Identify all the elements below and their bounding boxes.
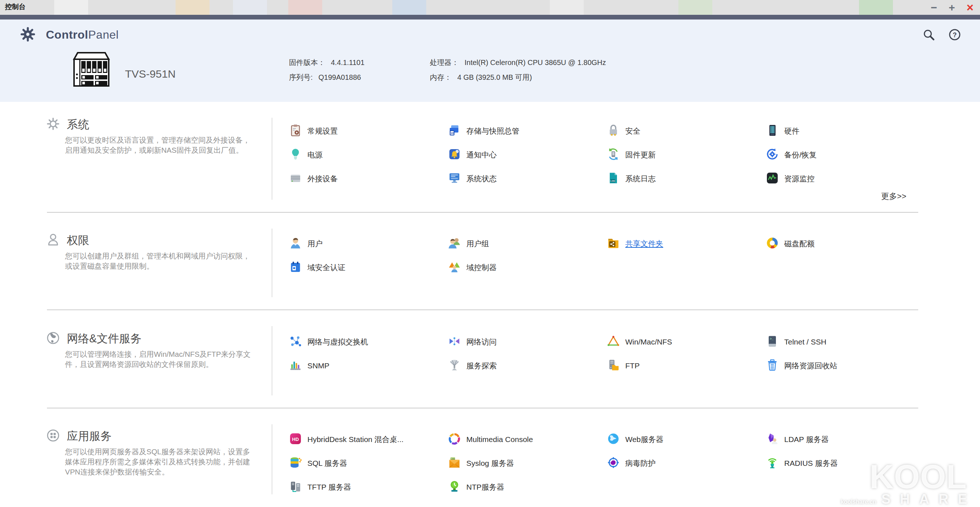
section-description: 您可以更改时区及语言设置，管理存储空间及外接设备，启用通知及安全防护，或刷新NA… — [65, 135, 254, 155]
section-system: 系统您可以更改时区及语言设置，管理存储空间及外接设备，启用通知及安全防护，或刷新… — [0, 102, 980, 212]
item-label: 服务探索 — [466, 361, 497, 371]
svg-text:HD: HD — [292, 437, 299, 442]
sql-server-icon — [289, 456, 302, 470]
item-shared-folder[interactable]: 共享文件夹 — [607, 237, 663, 251]
section-vertical-divider — [272, 118, 272, 200]
radius-server-icon — [766, 456, 779, 470]
window-title: 控制台 — [5, 2, 25, 11]
item-label: 资源监控 — [784, 174, 815, 184]
item-label: LDAP 服务器 — [784, 434, 829, 445]
item-label: Multimedia Console — [466, 435, 533, 444]
device-summary: TVS-951N 固件版本：4.4.1.1101处理器：Intel(R) Cel… — [0, 48, 980, 102]
controlpanel-gear-icon — [21, 27, 35, 43]
section-header: 权限 — [46, 232, 89, 249]
virtual-switch-icon — [289, 335, 302, 349]
item-hybriddesk[interactable]: HDHybridDesk Station 混合桌... — [289, 432, 404, 447]
item-power[interactable]: 电源 — [289, 148, 323, 162]
item-label: Syslog 服务器 — [466, 458, 514, 468]
item-resource-monitor[interactable]: 资源监控 — [766, 172, 815, 186]
item-system-status[interactable]: 系统状态 — [448, 172, 497, 186]
item-user-group[interactable]: 用户组 — [448, 237, 489, 251]
svg-text:?: ? — [953, 32, 957, 39]
item-label: RADIUS 服务器 — [784, 458, 838, 468]
close-button[interactable]: × — [967, 2, 974, 13]
svg-text:LOG: LOG — [451, 458, 455, 460]
notification-center-icon — [448, 148, 461, 162]
minimize-button[interactable]: − — [931, 2, 937, 13]
background-app-icon — [288, 0, 322, 15]
domain-controller-icon — [448, 261, 461, 275]
item-win-mac-nfs[interactable]: Win/Mac/NFS — [607, 335, 672, 349]
info-value: Intel(R) Celeron(R) CPU 3865U @ 1.80GHz — [465, 59, 606, 67]
item-label: 网络访问 — [466, 337, 497, 347]
section-vertical-divider — [272, 229, 272, 297]
section-items: 网络与虚拟交换机网络访问Win/Mac/NFS>_Telnet / SSHSNM… — [289, 330, 925, 378]
item-ftp[interactable]: FTP — [607, 359, 640, 373]
item-label: 病毒防护 — [625, 458, 655, 468]
info-label: 处理器： — [430, 58, 459, 68]
desktop-background: 控制台 − + × — [0, 0, 980, 15]
info-label: 固件版本： — [289, 58, 325, 68]
item-notification-center[interactable]: 通知中心 — [448, 148, 497, 162]
item-label: 网络资源回收站 — [784, 361, 837, 371]
item-label: 安全 — [625, 126, 640, 136]
background-folder-icon — [175, 0, 210, 15]
item-label: 域安全认证 — [307, 262, 345, 273]
item-network-access[interactable]: 网络访问 — [448, 335, 497, 349]
privilege-section-icon — [46, 232, 61, 249]
resource-monitor-icon — [766, 172, 779, 186]
item-ntp-server[interactable]: NTP服务器 — [448, 480, 504, 494]
item-system-logs[interactable]: LOG系统日志 — [607, 172, 655, 186]
tftp-server-icon — [289, 480, 302, 494]
shared-folder-icon — [607, 237, 620, 251]
section-description: 您可以管理网络连接，启用Win/Mac/NFS及FTP来分享文件，且设置网络资源… — [65, 349, 254, 369]
item-service-discovery[interactable]: 服务探索 — [448, 359, 497, 373]
item-label: 备份/恢复 — [784, 150, 817, 160]
item-multimedia-console[interactable]: Multimedia Console — [448, 432, 533, 447]
item-label: FTP — [625, 361, 640, 370]
app-logo-light: Panel — [88, 28, 118, 41]
item-backup-restore[interactable]: 备份/恢复 — [766, 148, 817, 162]
item-telnet-ssh[interactable]: >_Telnet / SSH — [766, 335, 826, 349]
user-icon — [289, 237, 302, 251]
item-radius-server[interactable]: RADIUS 服务器 — [766, 456, 838, 470]
item-web-server[interactable]: Web服务器 — [607, 432, 663, 447]
more-link[interactable]: 更多>> — [881, 191, 906, 202]
item-storage-snapshot[interactable]: 10存储与快照总管 — [448, 124, 519, 138]
item-network-recycle-bin[interactable]: 网络资源回收站 — [766, 359, 837, 373]
window-top-bar — [0, 15, 980, 19]
item-snmp[interactable]: SNMP — [289, 359, 329, 373]
svg-text:LOG: LOG — [611, 180, 615, 182]
item-general-settings[interactable]: 常规设置 — [289, 124, 338, 138]
help-icon[interactable]: ? — [948, 28, 961, 43]
item-sql-server[interactable]: SQL 服务器 — [289, 456, 347, 470]
item-label: 系统日志 — [625, 174, 655, 184]
item-virtual-switch[interactable]: 网络与虚拟交换机 — [289, 335, 368, 349]
apps-section-icon — [46, 428, 61, 445]
item-user[interactable]: 用户 — [289, 237, 323, 251]
item-ldap-server[interactable]: LDAP 服务器 — [766, 432, 829, 447]
item-firmware-update[interactable]: 固件更新 — [607, 148, 655, 162]
section-applications: 应用服务您可以使用网页服务器及SQL服务器来架设网站，设置多媒体应用程序所需之多… — [0, 408, 980, 507]
section-vertical-divider — [272, 326, 272, 396]
item-quota[interactable]: 磁盘配额 — [766, 237, 815, 251]
section-header: 系统 — [46, 116, 89, 133]
item-label: Win/Mac/NFS — [625, 338, 672, 346]
section-items: HDHybridDesk Station 混合桌...Multimedia Co… — [289, 428, 925, 499]
power-icon — [289, 148, 302, 162]
item-tftp-server[interactable]: TFTP 服务器 — [289, 480, 351, 494]
device-info: 固件版本：4.4.1.1101处理器：Intel(R) Celeron(R) C… — [289, 58, 606, 82]
item-syslog-server[interactable]: LOGSyslog 服务器 — [448, 456, 514, 470]
item-hardware[interactable]: 硬件 — [766, 124, 799, 138]
hybriddesk-icon: HD — [289, 432, 302, 447]
web-server-icon — [607, 432, 620, 447]
info-value: 4 GB (3925.0 MB 可用) — [457, 73, 532, 82]
item-external-device[interactable]: 外接设备 — [289, 172, 338, 186]
item-domain-controller[interactable]: 域控制器 — [448, 261, 497, 275]
search-icon[interactable] — [922, 28, 935, 43]
item-domain-security[interactable]: 域安全认证 — [289, 261, 345, 275]
item-security[interactable]: 安全 — [607, 124, 640, 138]
item-antivirus[interactable]: 病毒防护 — [607, 456, 655, 470]
device-model: TVS-951N — [125, 68, 175, 80]
maximize-button[interactable]: + — [948, 2, 955, 13]
